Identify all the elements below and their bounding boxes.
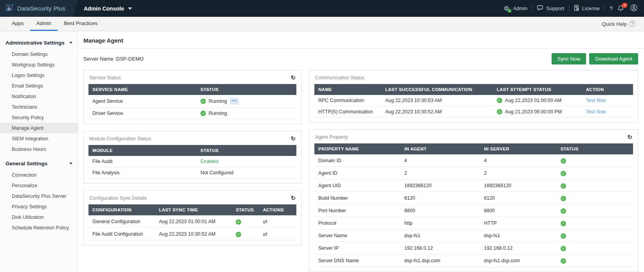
table-header-row: PROPERTY NAME IN AGENT IN SERVER STATUS (314, 143, 633, 154)
table-row: Server DNS Namedsp-fs1.dsp.comdsp-fs1.ds… (314, 254, 633, 267)
service-name-cell: Driver Service (88, 108, 197, 119)
table-row: Server Namedsp-fs1dsp-fs1✓ (314, 229, 633, 242)
module-name-cell: File Audit (88, 156, 197, 167)
column-header: SERVICE NAME (88, 84, 197, 95)
test-now-link[interactable]: Test Now (586, 109, 606, 115)
in-agent-cell: 4 (400, 154, 480, 167)
sidebar-item-business-hours[interactable]: Business Hours (0, 144, 78, 154)
column-header: LAST SUCCESSFUL COMMUNICATION (381, 84, 493, 95)
in-agent-cell: http (400, 217, 480, 229)
quick-help-link[interactable]: Quick Help ? (602, 17, 644, 31)
last-sync-time-cell: Aug 22,2023 01:00:01 AM (155, 215, 232, 228)
sidebar-item-personalize[interactable]: Personalize (0, 180, 78, 191)
table-row: RPC Communication Aug 22,2023 10:30:53 A… (314, 95, 633, 106)
sidebar-item-notification[interactable]: Notification (0, 91, 78, 102)
help-question-icon[interactable]: ? (610, 5, 613, 12)
in-server-cell: 1692368120 (480, 179, 556, 192)
agent-property-panel: Agent Property ↻ PROPERTY NAME IN AGENT … (309, 129, 638, 272)
configuration-sync-details-panel: Configuration Sync Details ↻ CONFIGURATI… (83, 190, 301, 245)
sidebar-item-disk-utilization[interactable]: Disk Utilization (0, 212, 78, 222)
header-utility-nav: ⚙▸ Admin Support License (503, 4, 644, 13)
sync-now-button[interactable]: Sync Now (552, 53, 586, 64)
sidebar-section-general-settings[interactable]: General Settings (0, 157, 78, 170)
license-document-icon (574, 5, 580, 12)
server-row: Server Name :DSP-DEMO Sync Now Download … (78, 48, 644, 70)
download-agent-button[interactable]: Download Agent (589, 53, 638, 64)
admin-nav-item[interactable]: ⚙▸ Admin (503, 5, 527, 12)
in-agent-cell: dsp-fs1 (400, 229, 480, 242)
module-status-value: Enabled (197, 156, 296, 167)
service-name-cell: Agent Service (88, 95, 197, 108)
communication-status-panel: Communication Status NAME LAST SUCCESSFU… (309, 70, 638, 123)
sidebar-item-domain-settings[interactable]: Domain Settings (0, 49, 78, 59)
column-header: LAST SYNC TIME (155, 204, 232, 215)
sidebar-item-datasecurity-plus-server[interactable]: DataSecurity Plus Server (0, 191, 78, 201)
sync-arrows-icon[interactable]: ⇄ (263, 218, 267, 225)
chevron-down-icon (69, 163, 72, 165)
sidebar-item-technicians[interactable]: Technicians (0, 102, 78, 112)
tab-best-practices[interactable]: Best Practices (58, 17, 104, 31)
test-now-link[interactable]: Test Now (586, 98, 606, 103)
refresh-icon[interactable]: ↻ (290, 195, 296, 201)
sidebar-item-security-policy[interactable]: Security Policy (0, 112, 78, 123)
column-header: ACTION (582, 84, 633, 95)
refresh-icon[interactable]: ↻ (290, 136, 296, 141)
notification-bell-icon[interactable]: 4 (617, 5, 625, 13)
column-header: PROPERTY NAME (314, 143, 400, 154)
refresh-icon[interactable]: ↻ (290, 75, 296, 81)
communication-name-cell: HTTP(S) Communication (314, 106, 381, 118)
sidebar-item-siem-integration[interactable]: SIEM Integration (0, 133, 78, 144)
table-row: HTTP(S) Communication Aug 22,2023 10:30:… (314, 106, 633, 118)
success-icon: ✓ (236, 219, 241, 225)
console-switcher-label: Admin Console (84, 5, 124, 12)
table-row: Driver Service ✓ Running (88, 108, 296, 119)
table-row: Agent Service ✓ Running ••• (88, 95, 296, 108)
in-server-cell: 2 (480, 167, 556, 179)
in-agent-cell: 8800 (400, 204, 480, 217)
top-header: DataSecurity Plus Admin Console ⚙▸ Admin… (0, 0, 644, 17)
user-avatar-icon[interactable] (630, 4, 638, 13)
chat-bubble-icon (537, 5, 544, 12)
sidebar-item-connection[interactable]: Connection (0, 170, 78, 180)
config-sync-table: CONFIGURATION LAST SYNC TIME STATUS ACTI… (88, 204, 296, 240)
success-icon: ✓ (497, 98, 502, 103)
in-server-cell: 6120 (480, 192, 556, 204)
module-status-table: MODULE STATUS File Audit Enabled File An… (88, 145, 296, 179)
success-icon: ✓ (561, 183, 566, 189)
license-nav-item[interactable]: License (574, 5, 600, 12)
gear-icon: ⚙▸ (503, 5, 511, 12)
last-success-cell: Aug 22,2023 10:30:52 AM (381, 106, 493, 118)
column-header: ACTIONS (259, 204, 296, 215)
tab-admin[interactable]: Admin (30, 17, 58, 31)
column-header: NAME (314, 84, 381, 95)
console-switcher[interactable]: Admin Console (84, 5, 132, 12)
support-nav-item[interactable]: Support (537, 5, 564, 12)
success-icon: ✓ (200, 111, 206, 116)
column-header: CONFIGURATION (88, 204, 155, 215)
success-icon: ✓ (561, 171, 566, 176)
property-name-cell: Agent ID (314, 167, 400, 179)
agent-property-table: PROPERTY NAME IN AGENT IN SERVER STATUS … (314, 143, 633, 267)
last-attempt-cell: Aug 21,2023 05:00:00 PM (505, 109, 562, 115)
sidebar-item-manage-agent[interactable]: Manage Agent (0, 123, 78, 133)
property-name-cell: Port Number (314, 204, 400, 217)
tab-apps[interactable]: Apps (5, 17, 30, 31)
sidebar-item-privacy-settings[interactable]: Privacy Settings (0, 201, 78, 212)
more-actions-button[interactable]: ••• (230, 98, 239, 105)
column-header: IN SERVER (480, 143, 556, 154)
brand-logo[interactable]: DataSecurity Plus (0, 0, 73, 17)
success-icon: ✓ (561, 158, 566, 164)
sidebar-item-email-settings[interactable]: Email Settings (0, 81, 78, 91)
last-success-cell: Aug 22,2023 10:30:53 AM (381, 95, 493, 106)
refresh-icon[interactable]: ↻ (627, 134, 632, 140)
sync-arrows-icon[interactable]: ⇄ (263, 231, 267, 237)
sidebar-section-administrative-settings[interactable]: Administrative Settings (0, 36, 78, 49)
sidebar-item-workgroup-settings[interactable]: Workgroup Settings (0, 59, 78, 70)
property-name-cell: Build Number (314, 192, 400, 204)
table-row: Server IP192.168.0.12192.168.0.12✓ (314, 242, 633, 254)
column-header: STATUS (197, 145, 296, 156)
module-configuration-status-panel: Module Configuration Status ↻ MODULE STA… (83, 131, 301, 184)
sidebar-item-logon-settings[interactable]: Logon Settings (0, 70, 78, 81)
sidebar-item-schedule-retention-policy[interactable]: Schedule Retention Policy (0, 222, 78, 233)
in-server-cell: dsp-fs1 (480, 229, 556, 242)
